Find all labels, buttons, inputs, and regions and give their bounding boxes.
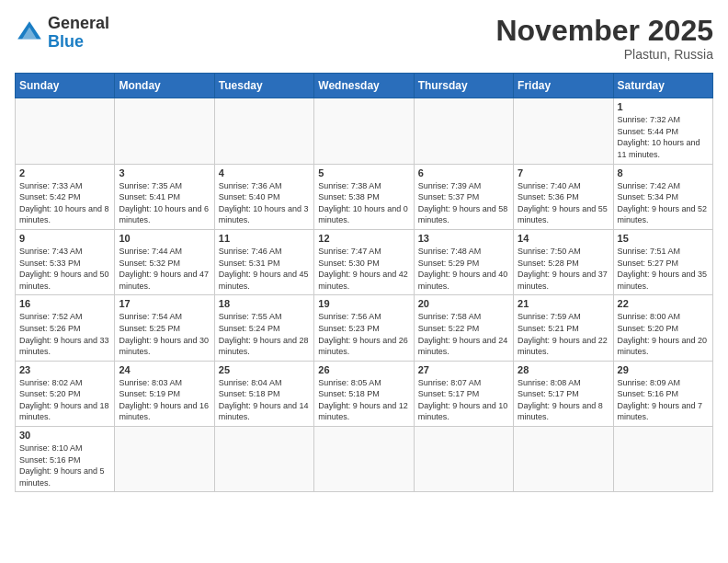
day-info: Sunrise: 7:47 AM Sunset: 5:30 PM Dayligh… (318, 246, 409, 292)
calendar-cell (414, 427, 513, 492)
calendar-cell: 4Sunrise: 7:36 AM Sunset: 5:40 PM Daylig… (214, 164, 313, 229)
day-number: 16 (19, 298, 110, 309)
calendar-cell: 19Sunrise: 7:56 AM Sunset: 5:23 PM Dayli… (314, 295, 414, 361)
day-info: Sunrise: 7:36 AM Sunset: 5:40 PM Dayligh… (219, 180, 310, 226)
calendar-cell (314, 98, 414, 164)
day-number: 17 (119, 298, 210, 309)
location: Plastun, Russia (495, 47, 713, 62)
calendar-cell: 3Sunrise: 7:35 AM Sunset: 5:41 PM Daylig… (115, 164, 214, 229)
week-row-1: 1Sunrise: 7:32 AM Sunset: 5:44 PM Daylig… (16, 98, 713, 164)
weekday-header-row: SundayMondayTuesdayWednesdayThursdayFrid… (16, 74, 713, 98)
weekday-header-thursday: Thursday (414, 74, 513, 98)
day-info: Sunrise: 7:35 AM Sunset: 5:41 PM Dayligh… (119, 180, 210, 226)
day-number: 26 (318, 364, 409, 375)
day-number: 28 (518, 364, 609, 375)
calendar-cell: 6Sunrise: 7:39 AM Sunset: 5:37 PM Daylig… (414, 164, 513, 229)
calendar-cell: 24Sunrise: 8:03 AM Sunset: 5:19 PM Dayli… (115, 361, 214, 426)
day-number: 9 (19, 233, 110, 244)
day-info: Sunrise: 7:33 AM Sunset: 5:42 PM Dayligh… (19, 180, 110, 226)
day-info: Sunrise: 8:02 AM Sunset: 5:20 PM Dayligh… (19, 377, 110, 423)
weekday-header-sunday: Sunday (16, 74, 115, 98)
day-number: 10 (119, 233, 210, 244)
calendar-cell: 17Sunrise: 7:54 AM Sunset: 5:25 PM Dayli… (115, 295, 214, 361)
logo: General Blue (15, 15, 109, 52)
calendar-cell: 30Sunrise: 8:10 AM Sunset: 5:16 PM Dayli… (16, 427, 115, 492)
logo-text: General Blue (48, 15, 109, 52)
calendar-cell: 25Sunrise: 8:04 AM Sunset: 5:18 PM Dayli… (214, 361, 313, 426)
day-number: 23 (19, 364, 110, 375)
calendar-cell (514, 98, 613, 164)
week-row-2: 2Sunrise: 7:33 AM Sunset: 5:42 PM Daylig… (16, 164, 713, 229)
calendar-cell (115, 98, 214, 164)
calendar-cell: 11Sunrise: 7:46 AM Sunset: 5:31 PM Dayli… (214, 229, 313, 294)
day-number: 15 (618, 233, 709, 244)
day-number: 13 (418, 233, 509, 244)
day-number: 6 (418, 167, 509, 178)
header: General Blue November 2025 Plastun, Russ… (15, 15, 713, 62)
calendar-cell: 29Sunrise: 8:09 AM Sunset: 5:16 PM Dayli… (613, 361, 712, 426)
calendar-cell (314, 427, 414, 492)
day-number: 1 (618, 101, 709, 112)
day-number: 22 (618, 298, 709, 309)
day-number: 3 (119, 167, 210, 178)
day-info: Sunrise: 8:00 AM Sunset: 5:20 PM Dayligh… (618, 311, 709, 357)
day-number: 12 (318, 233, 409, 244)
day-number: 20 (418, 298, 509, 309)
calendar-cell (214, 427, 313, 492)
day-info: Sunrise: 7:59 AM Sunset: 5:21 PM Dayligh… (518, 311, 609, 357)
day-info: Sunrise: 7:58 AM Sunset: 5:22 PM Dayligh… (418, 311, 509, 357)
calendar-cell: 23Sunrise: 8:02 AM Sunset: 5:20 PM Dayli… (16, 361, 115, 426)
calendar: SundayMondayTuesdayWednesdayThursdayFrid… (15, 73, 713, 492)
calendar-cell: 1Sunrise: 7:32 AM Sunset: 5:44 PM Daylig… (613, 98, 712, 164)
calendar-cell: 2Sunrise: 7:33 AM Sunset: 5:42 PM Daylig… (16, 164, 115, 229)
calendar-cell: 5Sunrise: 7:38 AM Sunset: 5:38 PM Daylig… (314, 164, 414, 229)
calendar-cell: 9Sunrise: 7:43 AM Sunset: 5:33 PM Daylig… (16, 229, 115, 294)
calendar-cell (115, 427, 214, 492)
day-number: 8 (618, 167, 709, 178)
day-number: 24 (119, 364, 210, 375)
day-info: Sunrise: 8:03 AM Sunset: 5:19 PM Dayligh… (119, 377, 210, 423)
day-info: Sunrise: 7:48 AM Sunset: 5:29 PM Dayligh… (418, 246, 509, 292)
day-number: 14 (518, 233, 609, 244)
day-info: Sunrise: 8:04 AM Sunset: 5:18 PM Dayligh… (219, 377, 310, 423)
calendar-cell (16, 98, 115, 164)
title-block: November 2025 Plastun, Russia (495, 15, 713, 62)
day-number: 25 (219, 364, 310, 375)
calendar-cell: 7Sunrise: 7:40 AM Sunset: 5:36 PM Daylig… (514, 164, 613, 229)
day-info: Sunrise: 7:46 AM Sunset: 5:31 PM Dayligh… (219, 246, 310, 292)
calendar-cell: 22Sunrise: 8:00 AM Sunset: 5:20 PM Dayli… (613, 295, 712, 361)
weekday-header-saturday: Saturday (613, 74, 712, 98)
calendar-cell: 27Sunrise: 8:07 AM Sunset: 5:17 PM Dayli… (414, 361, 513, 426)
calendar-cell: 16Sunrise: 7:52 AM Sunset: 5:26 PM Dayli… (16, 295, 115, 361)
calendar-cell: 13Sunrise: 7:48 AM Sunset: 5:29 PM Dayli… (414, 229, 513, 294)
day-info: Sunrise: 8:10 AM Sunset: 5:16 PM Dayligh… (19, 442, 110, 488)
logo-icon (15, 18, 44, 48)
day-info: Sunrise: 7:44 AM Sunset: 5:32 PM Dayligh… (119, 246, 210, 292)
weekday-header-wednesday: Wednesday (314, 74, 414, 98)
week-row-6: 30Sunrise: 8:10 AM Sunset: 5:16 PM Dayli… (16, 427, 713, 492)
calendar-cell (214, 98, 313, 164)
calendar-cell: 18Sunrise: 7:55 AM Sunset: 5:24 PM Dayli… (214, 295, 313, 361)
day-info: Sunrise: 8:07 AM Sunset: 5:17 PM Dayligh… (418, 377, 509, 423)
calendar-cell: 12Sunrise: 7:47 AM Sunset: 5:30 PM Dayli… (314, 229, 414, 294)
weekday-header-tuesday: Tuesday (214, 74, 313, 98)
week-row-4: 16Sunrise: 7:52 AM Sunset: 5:26 PM Dayli… (16, 295, 713, 361)
calendar-cell: 20Sunrise: 7:58 AM Sunset: 5:22 PM Dayli… (414, 295, 513, 361)
day-info: Sunrise: 7:54 AM Sunset: 5:25 PM Dayligh… (119, 311, 210, 357)
calendar-cell: 28Sunrise: 8:08 AM Sunset: 5:17 PM Dayli… (514, 361, 613, 426)
week-row-3: 9Sunrise: 7:43 AM Sunset: 5:33 PM Daylig… (16, 229, 713, 294)
week-row-5: 23Sunrise: 8:02 AM Sunset: 5:20 PM Dayli… (16, 361, 713, 426)
day-number: 29 (618, 364, 709, 375)
day-info: Sunrise: 7:55 AM Sunset: 5:24 PM Dayligh… (219, 311, 310, 357)
day-number: 30 (19, 430, 110, 441)
day-info: Sunrise: 7:50 AM Sunset: 5:28 PM Dayligh… (518, 246, 609, 292)
day-info: Sunrise: 7:42 AM Sunset: 5:34 PM Dayligh… (618, 180, 709, 226)
day-info: Sunrise: 7:56 AM Sunset: 5:23 PM Dayligh… (318, 311, 409, 357)
calendar-cell: 14Sunrise: 7:50 AM Sunset: 5:28 PM Dayli… (514, 229, 613, 294)
weekday-header-monday: Monday (115, 74, 214, 98)
day-info: Sunrise: 7:43 AM Sunset: 5:33 PM Dayligh… (19, 246, 110, 292)
day-number: 5 (318, 167, 409, 178)
day-info: Sunrise: 8:08 AM Sunset: 5:17 PM Dayligh… (518, 377, 609, 423)
day-number: 19 (318, 298, 409, 309)
month-title: November 2025 (495, 15, 713, 47)
